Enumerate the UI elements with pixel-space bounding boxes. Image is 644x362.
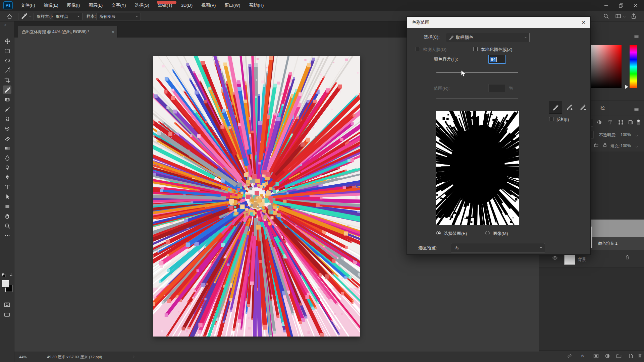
hue-slider-arrow[interactable] <box>625 85 628 89</box>
eraser-tool[interactable] <box>3 134 11 142</box>
fuzziness-field[interactable]: 64 <box>488 55 506 64</box>
menu-编辑[interactable]: 编辑(E) <box>40 0 63 11</box>
sample-dropdown[interactable]: 所有图层 <box>96 13 141 20</box>
brush-tool[interactable] <box>3 105 11 113</box>
select-dropdown[interactable]: 取样颜色 <box>446 33 530 42</box>
menu-选择[interactable]: 选择(S) <box>130 0 153 11</box>
eyedropper-add-button[interactable] <box>563 101 576 114</box>
lock-frame-icon[interactable] <box>594 143 599 148</box>
eyedropper-tool[interactable] <box>3 85 11 94</box>
delete-icon[interactable] <box>637 353 643 359</box>
paths-panel-tab[interactable]: 径 <box>600 105 605 111</box>
document-tab[interactable]: 凸出立体海报 @ 44% (凸出, RGB/8) * × <box>18 26 118 38</box>
fx-icon[interactable]: fx <box>581 353 586 359</box>
image-radio[interactable] <box>485 231 490 235</box>
layer-filter-toggle[interactable] <box>637 119 640 125</box>
color-picker-gradient[interactable] <box>591 45 622 88</box>
hue-slider[interactable] <box>630 45 637 88</box>
localized-clusters-checkbox[interactable] <box>473 47 478 51</box>
mask-icon[interactable] <box>593 353 599 359</box>
chevron-right-icon[interactable] <box>132 355 136 359</box>
menu-窗口[interactable]: 窗口(W) <box>220 0 245 11</box>
fuzziness-slider[interactable] <box>436 72 518 73</box>
chevron-down-icon[interactable] <box>635 145 639 149</box>
window-controls <box>599 0 643 11</box>
menu-帮助[interactable]: 帮助(H) <box>245 0 268 11</box>
eyedropper-subtract-button[interactable] <box>576 101 590 114</box>
magic-wand-tool[interactable] <box>3 66 11 74</box>
menu-文字[interactable]: 文字(Y) <box>107 0 130 11</box>
panel-menu-icon[interactable] <box>634 107 639 112</box>
clone-stamp-tool[interactable] <box>3 115 11 123</box>
filter-smart-object-icon[interactable] <box>628 120 633 125</box>
lock-all-icon[interactable] <box>602 142 607 147</box>
adjustment-icon[interactable] <box>605 353 610 359</box>
quick-mask-icon[interactable] <box>4 302 10 308</box>
menu-图像[interactable]: 图像(I) <box>63 0 84 11</box>
link-icon[interactable] <box>567 353 572 359</box>
search-icon[interactable] <box>603 13 609 19</box>
home-icon[interactable] <box>6 13 13 19</box>
gradient-tool[interactable] <box>3 144 11 152</box>
close-tab-icon[interactable]: × <box>109 29 117 35</box>
dialog-titlebar[interactable]: 色彩范围 ✕ <box>407 17 590 28</box>
fill-value[interactable]: 100% <box>621 143 631 148</box>
detect-faces-checkbox[interactable] <box>416 47 420 51</box>
panel-menu-icon[interactable] <box>634 34 639 39</box>
dialog-title: 色彩范围 <box>407 19 577 25</box>
restore-button[interactable] <box>613 0 628 11</box>
healing-tool[interactable] <box>3 95 11 104</box>
minimize-button[interactable] <box>599 0 613 11</box>
status-bar: 44% 49.39 厘米 x 67.03 厘米 (72 ppi) <box>14 352 539 362</box>
foreground-color-swatch[interactable] <box>2 280 9 287</box>
detect-faces-label: 检测人脸(D) <box>423 47 446 53</box>
share-icon[interactable] <box>631 13 637 19</box>
move-tool[interactable] <box>3 37 11 45</box>
invert-checkbox[interactable] <box>549 117 553 121</box>
close-dialog-icon[interactable]: ✕ <box>577 19 590 25</box>
pen-tool[interactable] <box>3 173 11 181</box>
opacity-value[interactable]: 100% <box>621 132 631 137</box>
sample-value: 所有图层 <box>97 14 135 19</box>
filter-adjustment-icon[interactable] <box>597 120 602 125</box>
menu-文件[interactable]: 文件(F) <box>16 0 40 11</box>
folder-icon[interactable] <box>616 353 622 359</box>
rectangle-tool[interactable] <box>3 202 11 210</box>
screen-mode-icon[interactable] <box>4 312 10 318</box>
menu-3D[interactable]: 3D(D) <box>176 0 197 11</box>
path-select-tool[interactable] <box>3 192 11 201</box>
filter-shape-icon[interactable] <box>618 120 624 125</box>
marquee-tool[interactable] <box>3 47 11 55</box>
eyedropper-tool-icon[interactable] <box>21 13 28 19</box>
filter-type-icon[interactable] <box>607 120 613 125</box>
selection-preview-dropdown[interactable]: 无 <box>451 243 545 252</box>
new-layer-icon[interactable] <box>628 353 634 359</box>
swap-colors-icon[interactable] <box>9 273 13 277</box>
crop-tool[interactable] <box>3 76 11 84</box>
visibility-eye-icon[interactable] <box>552 255 558 261</box>
document-image[interactable] <box>153 56 360 337</box>
document-size-info: 49.39 厘米 x 67.03 厘米 (72 ppi) <box>47 352 102 362</box>
zoom-tool[interactable] <box>3 222 11 230</box>
chevron-down-icon[interactable] <box>29 15 32 18</box>
collapse-toolbox-icon[interactable]: » <box>4 23 6 26</box>
chevron-down-icon[interactable] <box>623 15 626 19</box>
hand-tool[interactable] <box>3 212 11 220</box>
workspace-icon[interactable] <box>615 13 621 19</box>
layer-thumbnail[interactable] <box>564 254 575 265</box>
lasso-tool[interactable] <box>3 56 11 65</box>
poster-artwork <box>153 56 360 337</box>
history-brush-tool[interactable] <box>3 124 11 133</box>
dodge-tool[interactable] <box>3 163 11 172</box>
selection-radio[interactable] <box>436 231 441 235</box>
menu-图层[interactable]: 图层(L) <box>84 0 107 11</box>
type-tool[interactable] <box>3 183 11 191</box>
zoom-level[interactable]: 44% <box>19 352 27 362</box>
more-tools-icon[interactable] <box>3 231 11 240</box>
eyedropper-sample-button[interactable] <box>549 101 562 114</box>
blur-tool[interactable] <box>3 154 11 162</box>
close-window-button[interactable] <box>628 0 643 11</box>
sample-size-dropdown[interactable]: 取样点 <box>53 13 83 20</box>
menu-视图[interactable]: 视图(V) <box>197 0 220 11</box>
chevron-down-icon[interactable] <box>635 134 639 138</box>
